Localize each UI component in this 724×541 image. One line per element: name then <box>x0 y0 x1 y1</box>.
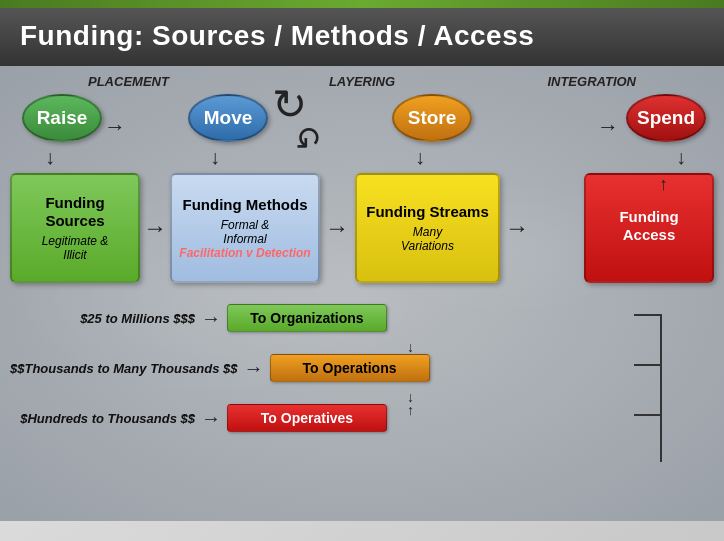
funding-sources-sub1: Legitimate & Illicit <box>42 234 109 262</box>
flow-row-organizations: $25 to Millions $$$ → To Organizations <box>10 304 387 332</box>
h-line-3 <box>634 414 662 416</box>
flow-arrow-1: → <box>201 307 221 330</box>
top-bar <box>0 0 724 8</box>
to-organizations-box: To Organizations <box>227 304 387 332</box>
down-arrow-store: ↓ <box>415 146 425 169</box>
arrow-up-to-access: ↑ <box>659 174 668 195</box>
to-operations-box: To Operations <box>270 354 430 382</box>
funding-sources-box: Funding Sources Legitimate & Illicit <box>10 173 140 283</box>
down-arrow-move: ↓ <box>210 146 220 169</box>
down-arrow-raise: ↓ <box>45 146 55 169</box>
integration-label: INTEGRATION <box>547 74 636 89</box>
down-arrow-spend: ↓ <box>676 146 686 169</box>
facilitation-detection-text: Facilitation v Detection <box>179 246 310 260</box>
arrow-sources-to-methods: → <box>143 214 167 242</box>
content-area: PLACEMENT LAYERING INTEGRATION Raise Mov… <box>0 66 724 521</box>
flow-label-operations: $$Thousands to Many Thousands $$ <box>10 361 238 376</box>
funding-streams-box: Funding Streams Many Variations <box>355 173 500 283</box>
funding-access-box: Funding Access <box>584 173 714 283</box>
funding-streams-sub: Many Variations <box>401 225 454 253</box>
flow-arrow-3: → <box>201 407 221 430</box>
h-line-2 <box>634 364 662 366</box>
funding-streams-title: Funding Streams <box>366 203 489 221</box>
h-line-1 <box>634 314 662 316</box>
funding-methods-title: Funding Methods <box>183 196 308 214</box>
oval-store: Store <box>392 94 472 142</box>
oval-raise: Raise <box>22 94 102 142</box>
flow-row-operatives: $Hundreds to Thousands $$ → To Operative… <box>10 404 387 432</box>
arrow-raise-to-move: → <box>104 114 126 140</box>
flow-label-operatives: $Hundreds to Thousands $$ <box>10 411 195 426</box>
to-operatives-box: To Operatives <box>227 404 387 432</box>
flow-label-organizations: $25 to Millions $$$ <box>10 311 195 326</box>
funding-methods-sub: Formal & Informal Facilitation v Detecti… <box>179 218 310 260</box>
double-arrows-2-3: ↓↑ <box>407 391 414 416</box>
funding-methods-box: Funding Methods Formal & Informal Facili… <box>170 173 320 283</box>
circular-layering-arrows-2: ↻ <box>295 118 322 156</box>
oval-spend: Spend <box>626 94 706 142</box>
arrow-store-to-spend: → <box>597 114 619 140</box>
layering-label: LAYERING <box>329 74 395 89</box>
oval-move: Move <box>188 94 268 142</box>
funding-access-title: Funding Access <box>592 208 706 244</box>
slide-title: Funding: Sources / Methods / Access <box>0 8 724 66</box>
vertical-connector-line <box>660 314 662 462</box>
flow-arrow-2: → <box>244 357 264 380</box>
arrow-streams-to-access: → <box>505 214 529 242</box>
slide: Funding: Sources / Methods / Access PLAC… <box>0 0 724 541</box>
arrow-methods-to-streams: → <box>325 214 349 242</box>
funding-sources-title: Funding Sources <box>18 194 132 230</box>
placement-label: PLACEMENT <box>88 74 169 89</box>
flow-row-operations: $$Thousands to Many Thousands $$ → To Op… <box>10 354 430 382</box>
